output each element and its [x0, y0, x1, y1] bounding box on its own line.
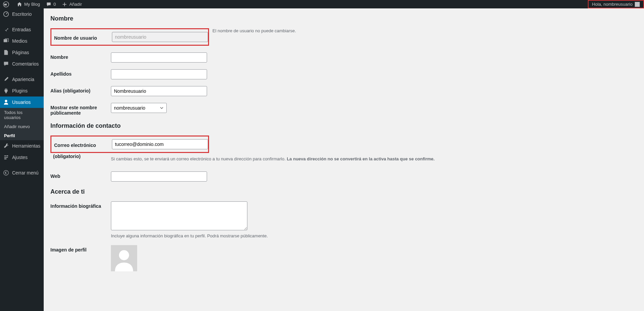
section-heading-name: Nombre — [50, 15, 637, 22]
svg-point-6 — [4, 170, 8, 175]
last-name-input[interactable] — [111, 69, 207, 79]
username-label: Nombre de usuario — [54, 33, 112, 41]
row-nickname: Alias (obligatorio) — [50, 86, 637, 96]
settings-icon — [3, 154, 9, 161]
nickname-label: Alias (obligatorio) — [50, 86, 111, 93]
avatar-label: Imagen de perfil — [50, 245, 111, 252]
display-name-field-wrap: nombreusuario — [111, 103, 637, 113]
svg-point-4 — [7, 155, 8, 157]
row-username: Nombre de usuario El nombre de usuario n… — [50, 28, 637, 46]
sidebar-item-media[interactable]: Medios — [0, 35, 44, 47]
first-name-label: Nombre — [50, 52, 111, 60]
bio-field-wrap: Incluye alguna información biográfica en… — [111, 201, 637, 238]
web-input[interactable] — [111, 171, 207, 182]
sidebar-item-comments[interactable]: Comentarios — [0, 58, 44, 70]
collapse-icon — [3, 169, 9, 176]
first-name-field-wrap — [111, 52, 637, 63]
row-web: Web — [50, 171, 637, 182]
sidebar-label: Entradas — [12, 27, 31, 32]
media-icon — [3, 38, 9, 44]
site-name-link[interactable]: My Blog — [13, 0, 43, 8]
section-heading-about: Acerca de ti — [50, 188, 637, 195]
section-heading-contact: Información de contacto — [50, 122, 637, 129]
web-label: Web — [50, 171, 111, 179]
topbar-left: My Blog 0 Añadir — [0, 0, 85, 8]
sidebar-item-settings[interactable]: Ajustes — [0, 152, 44, 163]
highlight-username: Nombre de usuario — [50, 28, 209, 46]
wrench-icon — [3, 143, 9, 149]
sidebar-label: Medios — [12, 38, 27, 44]
nickname-field-wrap — [111, 86, 637, 96]
profile-avatar-icon — [111, 245, 137, 271]
wp-logo[interactable] — [0, 0, 13, 8]
user-greeting[interactable]: Hola, nombreusuario — [588, 0, 644, 8]
sidebar-label: Plugins — [12, 88, 28, 93]
email-label: Correo electrónico — [54, 141, 112, 148]
sidebar-label: Escritorio — [12, 11, 32, 17]
email-desc-text: Si cambias esto, se te enviará un correo… — [111, 156, 287, 161]
sidebar-item-plugins[interactable]: Plugins — [0, 85, 44, 96]
sidebar-item-dashboard[interactable]: Escritorio — [0, 8, 44, 20]
sidebar-item-tools[interactable]: Herramientas — [0, 140, 44, 152]
sidebar-sub-profile[interactable]: Perfil — [0, 131, 44, 140]
web-field-wrap — [111, 171, 637, 182]
svg-point-8 — [119, 250, 129, 260]
svg-point-3 — [5, 100, 7, 102]
sidebar-item-posts[interactable]: Entradas — [0, 24, 44, 35]
display-name-select[interactable]: nombreusuario — [111, 103, 167, 113]
add-new-label: Añadir — [69, 2, 82, 7]
email-desc-bold: La nueva dirección no se convertirá en l… — [287, 156, 435, 161]
bio-desc: Incluye alguna información biográfica en… — [111, 233, 637, 238]
last-name-label: Apellidos — [50, 69, 111, 77]
highlight-email: Correo electrónico — [50, 135, 209, 153]
row-first-name: Nombre — [50, 52, 637, 63]
avatar-field-wrap — [111, 245, 637, 271]
last-name-field-wrap — [111, 69, 637, 79]
plus-icon — [61, 1, 68, 8]
email-input[interactable] — [112, 139, 208, 149]
sidebar-item-pages[interactable]: Páginas — [0, 47, 44, 58]
svg-point-5 — [5, 158, 6, 160]
home-icon — [16, 1, 23, 8]
main-content: Nombre Nombre de usuario El nombre de us… — [44, 8, 644, 291]
email-desc: Si cambias esto, se te enviará un correo… — [111, 156, 637, 161]
admin-topbar: My Blog 0 Añadir Hola, nombreusuario — [0, 0, 644, 8]
username-field-wrap — [112, 32, 208, 42]
bio-textarea[interactable] — [111, 201, 247, 230]
sidebar-submenu-users: Todos los usuarios Añadir nuevo Perfil — [0, 108, 44, 140]
page-icon — [3, 49, 9, 56]
row-avatar: Imagen de perfil — [50, 245, 637, 271]
sidebar-sub-all-users[interactable]: Todos los usuarios — [0, 108, 44, 122]
nickname-input[interactable] — [111, 86, 207, 96]
sidebar-item-users[interactable]: Usuarios — [0, 96, 44, 108]
dashboard-icon — [3, 11, 9, 17]
row-last-name: Apellidos — [50, 69, 637, 79]
display-name-label: Mostrar este nombre públicamente — [50, 103, 111, 116]
sidebar-label: Apariencia — [12, 77, 34, 82]
sidebar-label: Ajustes — [12, 155, 28, 160]
greeting-text: Hola, nombreusuario — [592, 2, 633, 7]
sidebar-sub-add-new[interactable]: Añadir nuevo — [0, 122, 44, 131]
comment-count: 0 — [53, 2, 56, 7]
add-new-link[interactable]: Añadir — [58, 0, 85, 8]
plugin-icon — [3, 87, 9, 94]
email-field-wrap — [112, 139, 208, 149]
email-desc-wrap: Si cambias esto, se te enviará un correo… — [50, 154, 637, 161]
brush-icon — [3, 76, 9, 83]
row-bio: Información biográfica Incluye alguna in… — [50, 201, 637, 238]
sidebar-label: Comentarios — [12, 61, 39, 67]
wordpress-icon — [3, 1, 9, 8]
first-name-input[interactable] — [111, 52, 207, 63]
admin-sidebar: Escritorio Entradas Medios Páginas Comen… — [0, 8, 44, 291]
svg-rect-2 — [4, 39, 7, 42]
user-icon — [3, 99, 9, 106]
pin-icon — [3, 26, 9, 33]
bio-label: Información biográfica — [50, 201, 111, 209]
row-display-name: Mostrar este nombre públicamente nombreu… — [50, 103, 637, 116]
user-avatar-icon — [635, 2, 640, 7]
comment-icon — [45, 1, 52, 8]
sidebar-label: Páginas — [12, 50, 29, 55]
sidebar-item-appearance[interactable]: Apariencia — [0, 74, 44, 85]
sidebar-item-collapse[interactable]: Cerrar menú — [0, 167, 44, 179]
comments-link[interactable]: 0 — [43, 0, 58, 8]
